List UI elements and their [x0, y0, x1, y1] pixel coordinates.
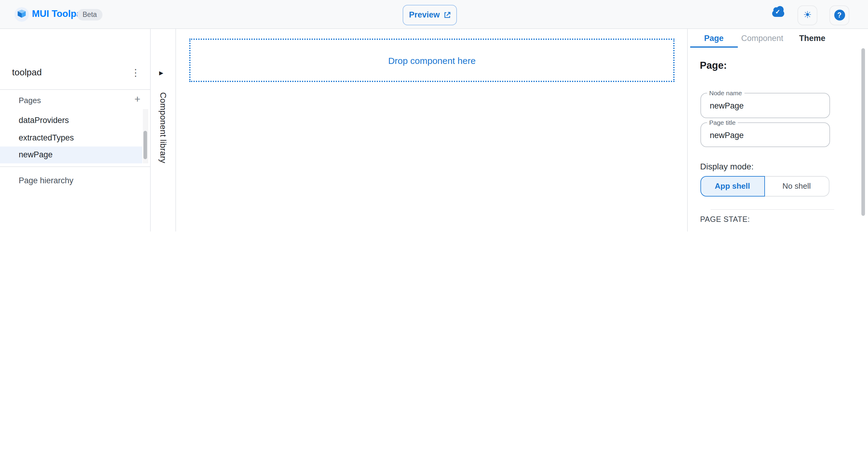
- tab-theme[interactable]: Theme: [787, 29, 838, 48]
- canvas-drop-zone[interactable]: Drop component here: [189, 38, 675, 82]
- help-icon: ?: [834, 10, 845, 21]
- sidebar-item-extractedtypes[interactable]: extractedTypes: [0, 129, 142, 146]
- sidebar-item-newpage[interactable]: newPage: [0, 146, 142, 163]
- page-title-field[interactable]: Page title: [700, 122, 830, 147]
- toggle-label: App shell: [715, 182, 750, 191]
- add-page-button[interactable]: +: [134, 94, 141, 104]
- theme-toggle-button[interactable]: ☀: [798, 5, 817, 25]
- page-item-label: dataProviders: [19, 116, 69, 125]
- tab-page[interactable]: Page: [690, 29, 738, 48]
- help-button[interactable]: ?: [830, 5, 849, 25]
- node-name-field[interactable]: Node name: [700, 93, 830, 118]
- app-header: MUI Toolpad Beta Preview ✓ ☀ ?: [0, 0, 868, 29]
- cloud-sync-icon: ✓: [772, 10, 784, 17]
- page-item-label: extractedTypes: [19, 133, 74, 142]
- project-menu-button[interactable]: ⋮: [131, 67, 141, 79]
- sidebar-divider: [0, 89, 150, 90]
- drop-hint-label: Drop component here: [388, 55, 475, 65]
- page-item-label: newPage: [19, 150, 53, 159]
- mui-logo: [14, 7, 29, 22]
- display-mode-app-shell[interactable]: App shell: [700, 176, 765, 196]
- pages-scrollbar-thumb[interactable]: [144, 131, 147, 159]
- pages-section-label: Pages: [19, 96, 41, 105]
- sidebar-item-dataproviders[interactable]: dataProviders: [0, 112, 142, 129]
- inspector-panel: Page Component Theme Page: Node name Pag…: [687, 29, 868, 232]
- toggle-label: No shell: [782, 182, 811, 191]
- active-tab-indicator: [690, 46, 738, 48]
- sun-icon: ☀: [803, 10, 812, 20]
- chevron-right-icon[interactable]: ▶: [159, 70, 163, 76]
- inspector-heading: Page:: [700, 60, 727, 71]
- tab-label: Page: [704, 34, 724, 43]
- left-sidebar: toolpad ⋮ Pages + dataProviders extracte…: [0, 29, 151, 232]
- mui-logo-icon: [17, 10, 27, 19]
- inspector-scrollbar-thumb[interactable]: [861, 48, 865, 216]
- inspector-divider: [710, 209, 834, 210]
- beta-badge: Beta: [77, 9, 102, 20]
- node-name-input[interactable]: [709, 93, 820, 119]
- tab-component[interactable]: Component: [738, 29, 787, 48]
- tab-label: Component: [741, 34, 783, 43]
- external-link-icon: [443, 11, 451, 19]
- preview-button-label: Preview: [409, 10, 440, 19]
- page-hierarchy-label[interactable]: Page hierarchy: [19, 176, 73, 185]
- toolpad-editor-window: MUI Toolpad Beta Preview ✓ ☀ ? toolpad ⋮…: [0, 0, 868, 232]
- display-mode-no-shell[interactable]: No shell: [765, 176, 829, 196]
- page-title-input[interactable]: [709, 123, 820, 148]
- page-state-label: PAGE STATE:: [700, 215, 750, 223]
- display-mode-label: Display mode:: [700, 161, 753, 171]
- tab-label: Theme: [799, 34, 825, 43]
- sidebar-divider: [0, 166, 150, 167]
- preview-button[interactable]: Preview: [403, 4, 457, 25]
- component-library-strip[interactable]: ▶ Component library: [151, 29, 176, 232]
- project-name: toolpad: [12, 67, 41, 77]
- component-library-label[interactable]: Component library: [158, 92, 168, 163]
